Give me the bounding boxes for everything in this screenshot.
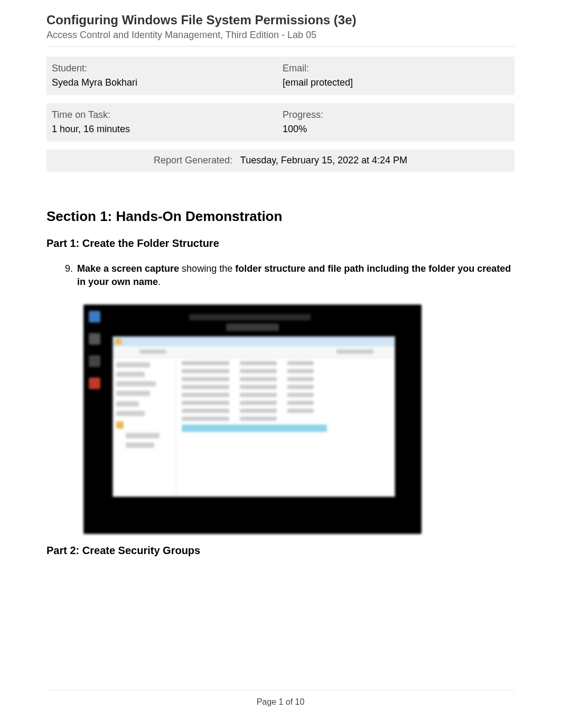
- selected-row: [182, 425, 327, 432]
- nav-item: [116, 372, 145, 377]
- email-value: [email protected]: [283, 77, 509, 88]
- nav-item: [126, 443, 154, 448]
- report-label: Report Generated:: [154, 155, 232, 165]
- email-label: Email:: [283, 63, 509, 74]
- nav-item: [126, 433, 160, 438]
- page-number: Page 1 of 10: [0, 697, 561, 707]
- task-number: 9.: [62, 262, 77, 289]
- folder-icon: [116, 421, 124, 429]
- task-end: .: [158, 277, 161, 287]
- nav-item: [116, 362, 150, 367]
- progress-label: Progress:: [283, 109, 509, 121]
- progress-col: Progress: 100%: [280, 109, 511, 135]
- part-2-heading: Part 2: Create Security Groups: [46, 545, 515, 557]
- student-value: Syeda Myra Bokhari: [52, 77, 278, 88]
- window-subtitle-blur: [226, 324, 279, 331]
- time-col: Time on Task: 1 hour, 16 minutes: [50, 109, 280, 135]
- taskbar-left: [89, 311, 102, 389]
- taskbar-icon: [89, 377, 100, 389]
- nav-group: [116, 401, 173, 416]
- time-value: 1 hour, 16 minutes: [52, 124, 278, 135]
- taskbar-icon: [89, 311, 100, 322]
- part-1-heading: Part 1: Create the Folder Structure: [46, 237, 515, 250]
- list-row: [182, 369, 389, 373]
- divider: [46, 46, 515, 47]
- task-info-box: Time on Task: 1 hour, 16 minutes Progres…: [46, 103, 515, 141]
- taskbar-icon: [89, 333, 100, 345]
- explorer-toolbar: [113, 346, 395, 358]
- report-generated-box: Report Generated: Tuesday, February 15, …: [46, 150, 515, 171]
- list-row: [182, 417, 389, 421]
- email-col: Email: [email protected]: [280, 63, 511, 88]
- task-mid: showing the: [179, 263, 235, 274]
- student-col: Student: Syeda Myra Bokhari: [50, 63, 280, 88]
- report-value: Tuesday, February 15, 2022 at 4:24 PM: [240, 155, 407, 165]
- task-9-row: 9. Make a screen capture showing the fol…: [46, 262, 515, 289]
- footer-divider: [46, 690, 515, 691]
- task-text: Make a screen capture showing the folder…: [77, 262, 515, 289]
- nav-item: [116, 381, 156, 386]
- window-title-blur: [189, 314, 311, 320]
- nav-item: [116, 391, 150, 396]
- list-row: [182, 409, 389, 413]
- nav-item: [116, 401, 139, 407]
- explorer-nav: [113, 358, 176, 496]
- nav-group: [116, 421, 173, 448]
- lab-subtitle: Access Control and Identity Management, …: [46, 30, 515, 41]
- page-footer: Page 1 of 10: [0, 690, 561, 707]
- explorer-window: [113, 336, 395, 497]
- list-row: [182, 393, 389, 397]
- list-row: [182, 401, 389, 405]
- explorer-titlebar: [113, 337, 395, 346]
- time-label: Time on Task:: [52, 109, 278, 121]
- document-page: Configuring Windows File System Permissi…: [0, 0, 561, 728]
- embedded-screenshot: [83, 305, 422, 534]
- list-row: [182, 377, 389, 381]
- explorer-body: [113, 358, 395, 496]
- explorer-content: [176, 358, 395, 496]
- progress-value: 100%: [283, 124, 509, 135]
- lab-title: Configuring Windows File System Permissi…: [46, 13, 515, 27]
- toolbar-item: [336, 349, 373, 354]
- task-bold-1: Make a screen capture: [77, 263, 179, 274]
- toolbar-item: [139, 349, 166, 354]
- section-1-heading: Section 1: Hands-On Demonstration: [46, 208, 515, 225]
- list-row: [182, 385, 389, 389]
- student-info-box: Student: Syeda Myra Bokhari Email: [emai…: [46, 57, 515, 95]
- nav-item: [116, 411, 145, 416]
- list-row: [182, 361, 389, 365]
- taskbar-icon: [89, 355, 100, 367]
- student-label: Student:: [52, 63, 278, 74]
- screenshot-container: [83, 305, 515, 534]
